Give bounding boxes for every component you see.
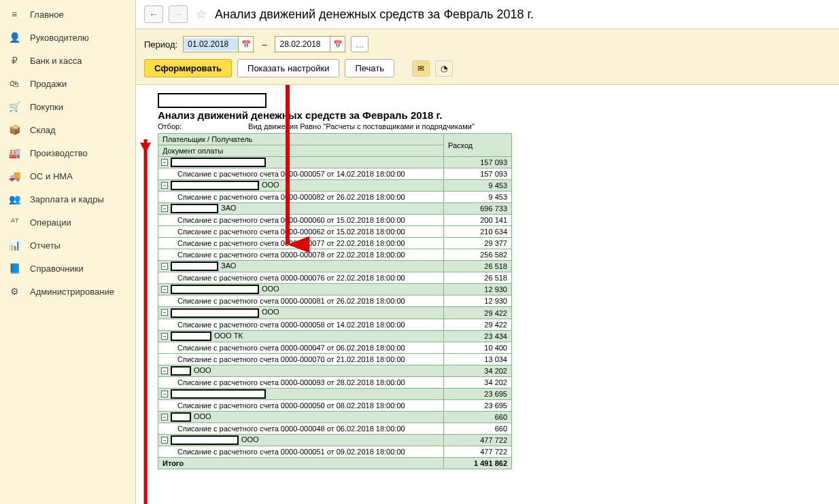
sidebar-item-0[interactable]: ≡Главное (0, 3, 135, 26)
dash: – (262, 39, 267, 50)
table-doc-row[interactable]: Списание с расчетного счета 0000-000062 … (158, 226, 512, 238)
collapse-icon[interactable]: − (161, 205, 168, 212)
form-button[interactable]: Сформировать (144, 59, 232, 77)
sidebar-icon: 📊 (8, 239, 20, 251)
sidebar-item-4[interactable]: 🛒Покупки (0, 95, 135, 118)
collapse-icon[interactable]: − (161, 182, 168, 189)
redacted-box (158, 93, 267, 108)
sidebar-icon: 👤 (8, 31, 20, 43)
toolbar: Период: 📅 – 📅 … Сформировать Показать на… (136, 29, 839, 85)
sidebar-item-2[interactable]: ₽Банк и касса (0, 49, 135, 72)
sidebar-label: Главное (30, 10, 64, 20)
sidebar-item-6[interactable]: 🏭Производство (0, 141, 135, 164)
sidebar-label: ОС и НМА (30, 171, 73, 181)
table-doc-row[interactable]: Списание с расчетного счета 0000-000082 … (158, 192, 512, 203)
sidebar-icon: 📘 (8, 262, 20, 274)
show-settings-button[interactable]: Показать настройки (237, 59, 339, 77)
titlebar: ← → ☆ Анализ движений денежных средств з… (136, 0, 839, 29)
period-more-button[interactable]: … (351, 36, 369, 52)
sidebar-icon: 🛒 (8, 101, 20, 113)
nav-back-button[interactable]: ← (144, 5, 163, 23)
table-group-row[interactable]: −ООО660 (158, 411, 512, 422)
collapse-icon[interactable]: − (161, 333, 168, 340)
collapse-icon[interactable]: − (161, 437, 168, 444)
table-total-row: Итого1 491 862 (158, 458, 512, 469)
sidebar-item-7[interactable]: 🚚ОС и НМА (0, 164, 135, 187)
table-doc-row[interactable]: Списание с расчетного счета 0000-000047 … (158, 342, 512, 353)
main: ← → ☆ Анализ движений денежных средств з… (136, 0, 839, 504)
annotation-arrow-vertical (136, 139, 160, 504)
print-button[interactable]: Печать (345, 59, 394, 77)
report-area: Анализ движений денежных средств за Февр… (136, 85, 839, 504)
report-table: Плательщик / ПолучательРасходДокумент оп… (158, 133, 512, 469)
report-filter: Отбор: Вид движения Равно "Расчеты с пос… (158, 122, 831, 130)
sidebar-icon: ⚙ (8, 285, 20, 298)
sidebar-icon: 🏭 (8, 147, 20, 159)
table-doc-row[interactable]: Списание с расчетного счета 0000-000077 … (158, 238, 512, 249)
table-doc-row[interactable]: Списание с расчетного счета 0000-000057 … (158, 168, 512, 180)
table-doc-row[interactable]: Списание с расчетного счета 0000-000048 … (158, 422, 512, 434)
sidebar-label: Производство (30, 148, 88, 158)
table-doc-row[interactable]: Списание с расчетного счета 0000-000051 … (158, 446, 512, 458)
table-doc-row[interactable]: Списание с расчетного счета 0000-000060 … (158, 215, 512, 226)
sidebar-icon: 🚚 (8, 170, 20, 182)
period-label: Период: (144, 39, 177, 50)
sidebar-icon: 🛍 (8, 77, 20, 90)
date-from-input[interactable] (184, 38, 238, 50)
sidebar-label: Продажи (30, 79, 67, 89)
mail-icon-button[interactable]: ✉ (412, 60, 430, 77)
date-to-input[interactable] (275, 38, 330, 50)
table-doc-row[interactable]: Списание с расчетного счета 0000-000078 … (158, 249, 512, 261)
table-group-row[interactable]: −ООО ТК23 434 (158, 330, 512, 342)
date-from-field[interactable]: 📅 (183, 36, 254, 52)
table-group-row[interactable]: −ЗАО26 518 (158, 261, 512, 272)
sidebar-item-5[interactable]: 📦Склад (0, 118, 135, 141)
favorite-star-icon[interactable]: ☆ (196, 7, 207, 22)
sidebar-item-11[interactable]: 📘Справочники (0, 257, 135, 280)
sidebar-label: Банк и касса (30, 56, 82, 66)
calendar-to-icon[interactable]: 📅 (330, 37, 345, 52)
table-group-row[interactable]: −ООО9 453 (158, 180, 512, 192)
table-doc-row[interactable]: Списание с расчетного счета 0000-000093 … (158, 376, 512, 388)
sidebar-label: Зарплата и кадры (30, 194, 104, 204)
sidebar-icon: ₽ (8, 54, 20, 67)
table-doc-row[interactable]: Списание с расчетного счета 0000-000081 … (158, 295, 512, 307)
collapse-icon[interactable]: − (161, 391, 168, 397)
collapse-icon[interactable]: − (161, 309, 168, 316)
collapse-icon[interactable]: − (161, 263, 168, 270)
sidebar-label: Отчеты (30, 240, 61, 251)
table-group-row[interactable]: −ЗАО696 733 (158, 203, 512, 215)
sidebar-label: Склад (30, 125, 56, 135)
sidebar-item-8[interactable]: 👥Зарплата и кадры (0, 187, 135, 211)
sidebar-item-10[interactable]: 📊Отчеты (0, 234, 135, 257)
date-to-field[interactable]: 📅 (275, 36, 345, 52)
clock-icon-button[interactable]: ◔ (435, 60, 453, 77)
collapse-icon[interactable]: − (161, 286, 168, 293)
page-title: Анализ движений денежных средств за Февр… (215, 7, 534, 22)
table-group-row[interactable]: −ООО34 202 (158, 365, 512, 376)
sidebar-label: Руководителю (30, 33, 89, 43)
sidebar-item-3[interactable]: 🛍Продажи (0, 72, 135, 95)
table-doc-row[interactable]: Списание с расчетного счета 0000-000050 … (158, 399, 512, 411)
table-group-row[interactable]: −ООО29 422 (158, 307, 512, 319)
calendar-from-icon[interactable]: 📅 (238, 37, 253, 52)
collapse-icon[interactable]: − (161, 367, 168, 374)
sidebar: ≡Главное👤Руководителю₽Банк и касса🛍Прода… (0, 0, 136, 504)
nav-forward-button[interactable]: → (169, 5, 188, 23)
sidebar-icon: 👥 (8, 193, 20, 205)
table-group-row[interactable]: −157 093 (158, 157, 512, 168)
table-header-row: Плательщик / ПолучательРасход (158, 134, 512, 145)
table-group-row[interactable]: −ООО477 722 (158, 434, 512, 446)
sidebar-item-1[interactable]: 👤Руководителю (0, 26, 135, 49)
collapse-icon[interactable]: − (161, 414, 168, 420)
sidebar-icon: 📦 (8, 124, 20, 136)
sidebar-item-9[interactable]: ᴬᵀОперации (0, 211, 135, 234)
table-doc-row[interactable]: Списание с расчетного счета 0000-000058 … (158, 319, 512, 330)
table-doc-row[interactable]: Списание с расчетного счета 0000-000076 … (158, 272, 512, 284)
table-group-row[interactable]: −ООО12 930 (158, 284, 512, 295)
table-doc-row[interactable]: Списание с расчетного счета 0000-000070 … (158, 353, 512, 365)
sidebar-item-12[interactable]: ⚙Администрирование (0, 280, 135, 303)
sidebar-icon: ᴬᵀ (8, 216, 20, 228)
collapse-icon[interactable]: − (161, 159, 168, 166)
table-group-row[interactable]: −23 695 (158, 388, 512, 399)
